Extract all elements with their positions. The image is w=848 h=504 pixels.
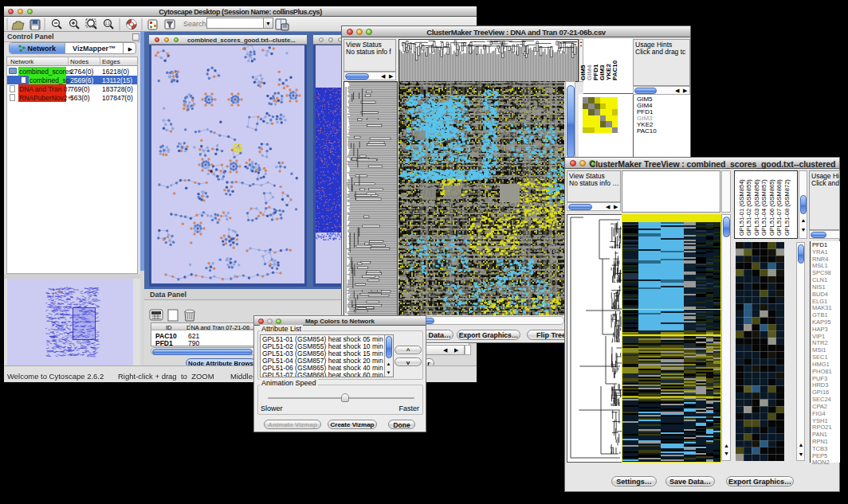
svg-text:1:1: 1:1 xyxy=(105,21,111,25)
